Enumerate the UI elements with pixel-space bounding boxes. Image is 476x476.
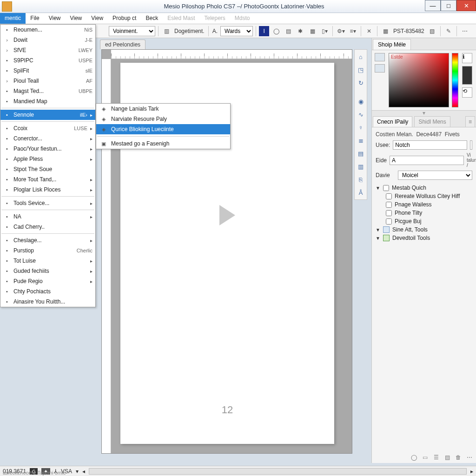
toolbar-delete-icon[interactable]: ✕ (364, 26, 374, 36)
vt-icon-7[interactable]: ≣ (356, 135, 366, 145)
menu-item[interactable]: View (86, 13, 108, 24)
toolbar-bold-icon[interactable]: I (259, 26, 269, 36)
dropdown-item[interactable]: •S9PIPCUSPE (0, 55, 95, 66)
vt-icon-1[interactable]: ⌂ (356, 52, 366, 62)
menu-item[interactable]: Telepers (200, 13, 230, 24)
dropdown-item[interactable]: •PurstiopCherlic (0, 245, 95, 256)
tree-check-2[interactable] (386, 193, 392, 199)
status-dropdown-icon[interactable]: ▾ (76, 468, 79, 475)
submenu[interactable]: ◈Nange Lanials Tark◈Narviate Resoure Pal… (96, 103, 231, 149)
rp-foot-icon-4[interactable]: ▤ (443, 454, 451, 461)
dropdown-item[interactable]: •Guded fechiits▸ (0, 266, 95, 276)
tree-node-4[interactable]: Phone Tilty (376, 210, 472, 216)
toolbar-align-icon[interactable]: ≡▾ (348, 26, 358, 36)
tree-check-1[interactable] (383, 185, 389, 191)
tree-check-4[interactable] (386, 210, 392, 216)
dropdown-item[interactable]: •Magst Ted...UBPE (0, 86, 95, 96)
vt-icon-10[interactable]: ⎘ (356, 174, 366, 185)
vt-icon-3[interactable]: ↻ (356, 78, 366, 88)
menu-item[interactable]: Beck (141, 13, 163, 24)
right-tab-menu-icon[interactable]: ≡ (465, 116, 475, 127)
toolbar-brush-icon[interactable]: ✎ (443, 26, 454, 36)
dropdown-item[interactable]: •Reoumen...NiS (0, 25, 95, 35)
dropdown-item[interactable]: •Ploglar Lisk Ploces▸ (0, 185, 95, 195)
dropdown-item[interactable]: •SennoleilE›▸ (0, 110, 95, 120)
right-tab-secondary[interactable]: Shidl Mens (414, 116, 450, 127)
toolbar-icon-g[interactable]: ▦ (380, 26, 390, 36)
dropdown-item[interactable]: •Tools Sevice...▸ (0, 198, 95, 208)
main-dropdown-menu[interactable]: •Reoumen...NiS›DowitJ-E›SfVELWEY•S9PIPCU… (0, 24, 96, 307)
tree-check-5[interactable] (386, 218, 392, 225)
dropdown-item[interactable]: •Tot Luise▸ (0, 256, 95, 266)
menu-item[interactable]: mentic (0, 13, 26, 24)
rp-foot-icon-3[interactable]: ☰ (432, 454, 440, 461)
usee-spinner[interactable] (470, 140, 472, 150)
maximize-button[interactable]: □ (441, 0, 456, 11)
dropdown-item[interactable]: •NA▸ (0, 212, 95, 222)
dropdown-item[interactable]: •Cad Cherry.. (0, 222, 95, 232)
tree-node-5[interactable]: Picgue Buj (376, 218, 472, 225)
tree-check-3[interactable] (386, 202, 392, 208)
status-scroll-left[interactable]: ◂ (82, 468, 85, 475)
vt-icon-2[interactable]: ◳ (356, 65, 366, 75)
dropdown-item[interactable]: ›Pioul TeallAF (0, 76, 95, 86)
swatch-mini-1[interactable] (375, 53, 385, 61)
usee-input[interactable] (393, 140, 467, 150)
menu-item[interactable]: View (44, 13, 66, 24)
menu-item[interactable]: File (26, 13, 44, 24)
dropdown-item[interactable]: ›SfVELWEY (0, 45, 95, 55)
rp-foot-icon-5[interactable]: 🗑 (455, 454, 462, 461)
swatch-side-3[interactable]: ⟲ (462, 87, 472, 98)
tree-node-1[interactable]: ▼Mestab Quich (376, 185, 472, 191)
swatch-side-2[interactable] (462, 66, 472, 85)
menu-item[interactable]: Mdsto (230, 13, 255, 24)
panel-grip[interactable]: ▾ (372, 111, 476, 115)
menu-item[interactable]: Esled Mast (163, 13, 199, 24)
tree-node-6[interactable]: ▼Sine Att, Tools (376, 226, 472, 233)
minimize-button[interactable]: — (425, 0, 441, 11)
eide-input[interactable] (390, 156, 464, 165)
toolbar-icon-a[interactable]: ◯ (271, 26, 281, 36)
dropdown-item[interactable]: •Ainasire You Ruitth... (0, 297, 95, 307)
toolbar-icon-f[interactable]: ⚙▾ (336, 26, 346, 36)
toolbar-combo-1[interactable]: Voinment. (109, 26, 155, 36)
status-scroll-right[interactable]: ▸ (470, 468, 473, 475)
submenu-item[interactable]: ▣Mestaed go a Fasenigh (96, 139, 230, 149)
dropdown-item[interactable]: •CcoixLUSE▸ (0, 123, 95, 133)
dropdown-item[interactable]: •Apple Pless▸ (0, 154, 95, 164)
rp-foot-icon-1[interactable]: ◯ (410, 454, 417, 461)
toolbar-icon-i[interactable]: ⋯ (460, 26, 470, 36)
right-tab-color[interactable]: Shoip Méle (373, 39, 411, 50)
right-tab-properties[interactable]: Cnecn IPaily (373, 116, 412, 127)
dropdown-item[interactable]: •Paoc/Your fiestun...▸ (0, 144, 95, 154)
document-tab[interactable]: ed Peelondies (100, 40, 145, 49)
vt-icon-5[interactable]: ∿ (356, 109, 366, 119)
vt-icon-6[interactable]: ♀ (356, 122, 366, 132)
toolbar-icon-b[interactable]: ▤ (283, 26, 293, 36)
tree-node-7[interactable]: ▼Devedtoil Tools (376, 235, 472, 241)
tree-node-2[interactable]: Rereate Wolluus Citey Hiff (376, 193, 472, 199)
toolbar-icon-h[interactable]: ▧ (427, 26, 437, 36)
color-picker[interactable]: Estde (389, 53, 449, 107)
vt-icon-9[interactable]: ▥ (356, 161, 366, 172)
dropdown-item[interactable]: ›DowitJ-E (0, 35, 95, 45)
davie-select[interactable]: Moicel (398, 171, 472, 180)
vt-icon-11[interactable]: Å (356, 187, 366, 198)
menu-item[interactable]: View (65, 13, 86, 24)
submenu-item[interactable]: ◈Narviate Resoure Paly (96, 114, 230, 124)
toolbar-icon-e[interactable]: ▯▾ (319, 26, 330, 36)
dropdown-item[interactable]: •Cheslage...▸ (0, 235, 95, 245)
toolbar-doc-icon[interactable]: ▥ (161, 26, 172, 36)
close-button[interactable]: ✕ (456, 0, 476, 11)
swatch-side-1[interactable]: ℹ (462, 53, 472, 63)
horizontal-scrollbar[interactable] (89, 468, 467, 475)
toolbar-icon-d[interactable]: ▦ (307, 26, 317, 36)
dropdown-item[interactable]: •Conerctor...▸ (0, 133, 95, 144)
rp-foot-icon-6[interactable]: ⋯ (466, 454, 473, 461)
rp-foot-icon-2[interactable]: ▭ (421, 454, 429, 461)
tree-node-3[interactable]: Pnage Wailess (376, 201, 472, 208)
toolbar-icon-c[interactable]: ✱ (295, 26, 305, 36)
dropdown-item[interactable]: •More Tout Tand,..▸ (0, 174, 95, 185)
hue-slider[interactable] (452, 53, 458, 107)
menu-item[interactable]: Probup ct (108, 13, 141, 24)
